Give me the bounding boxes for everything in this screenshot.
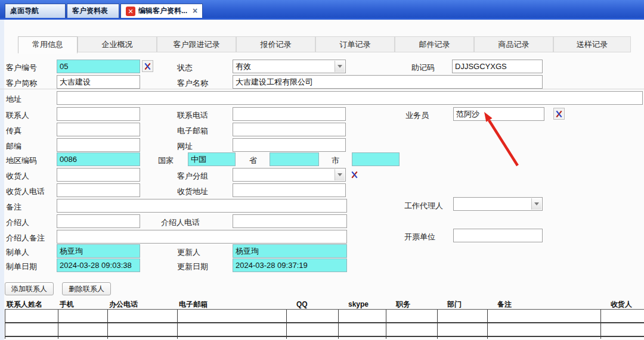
introducer-phone-label: 介绍人电话: [161, 217, 200, 228]
table-cell[interactable]: [488, 337, 601, 339]
table-cell[interactable]: [339, 323, 386, 337]
email-input[interactable]: [233, 123, 346, 136]
table-cell[interactable]: [601, 310, 644, 323]
table-cell[interactable]: [386, 337, 438, 339]
tab-order-records[interactable]: 订单记录: [315, 36, 395, 52]
fax-label: 传真: [6, 126, 21, 136]
tab-close-icon[interactable]: ×: [193, 4, 197, 18]
country-label: 国家: [158, 155, 174, 166]
create-date-input[interactable]: 2024-03-28 09:03:38: [57, 258, 140, 272]
table-cell[interactable]: [438, 310, 488, 323]
table-row: [5, 323, 644, 337]
table-cell[interactable]: [108, 337, 178, 339]
tab-company-overview[interactable]: 企业概况: [78, 36, 157, 52]
updater-input[interactable]: 杨亚珣: [233, 244, 347, 258]
introducer-remark-label: 介绍人备注: [6, 233, 45, 244]
delivery-address-input[interactable]: [233, 183, 346, 197]
create-date-label: 制单日期: [6, 261, 37, 272]
invoice-unit-input[interactable]: [453, 229, 543, 242]
table-cell[interactable]: [287, 310, 339, 323]
chevron-down-icon[interactable]: [531, 198, 541, 210]
mnemonic-input[interactable]: DJJSGCYXGS: [452, 60, 543, 73]
table-cell[interactable]: [601, 337, 644, 339]
tab-followup-records[interactable]: 客户跟进记录: [157, 36, 236, 52]
table-cell[interactable]: [5, 337, 58, 339]
introducer-label: 介绍人: [6, 217, 29, 228]
status-select[interactable]: 有效: [233, 60, 346, 73]
status-label: 状态: [177, 63, 193, 73]
country-input[interactable]: 中国: [188, 152, 236, 166]
window-tab-customer-table[interactable]: 客户资料表: [67, 4, 119, 18]
table-cell[interactable]: [5, 310, 58, 323]
table-cell[interactable]: [58, 310, 108, 323]
consignee-phone-input[interactable]: [57, 183, 140, 197]
customer-group-clear-x-icon[interactable]: [349, 169, 360, 180]
table-cell[interactable]: [178, 337, 287, 339]
tab-common-info[interactable]: 常用信息: [18, 36, 78, 54]
col-qq: QQ: [286, 300, 338, 310]
window-tab-edit-customer[interactable]: ✕ 编辑客户资料... ×: [120, 4, 203, 18]
introducer-input[interactable]: [57, 214, 140, 228]
error-close-icon: ✕: [126, 7, 135, 16]
form-tab-underline: [0, 89, 644, 89]
col-remark: 备注: [487, 300, 600, 310]
fax-input[interactable]: [57, 123, 140, 136]
chevron-down-icon[interactable]: [335, 169, 345, 180]
table-cell[interactable]: [438, 323, 488, 337]
table-cell[interactable]: [287, 323, 339, 337]
tab-mail-records[interactable]: 邮件记录: [395, 36, 474, 52]
address-input[interactable]: [57, 91, 643, 105]
contact-phone-input[interactable]: [233, 107, 346, 121]
tab-sample-records[interactable]: 送样记录: [553, 36, 631, 52]
col-contact-name: 联系人姓名: [5, 300, 58, 310]
introducer-phone-input[interactable]: [233, 214, 347, 228]
consignee-label: 收货人: [6, 171, 29, 182]
add-contact-button[interactable]: 添加联系人: [5, 282, 54, 295]
delete-contact-button[interactable]: 删除联系人: [62, 282, 111, 295]
col-email: 电子邮箱: [177, 300, 286, 310]
customer-group-label: 客户分组: [177, 171, 208, 182]
chevron-down-icon[interactable]: [335, 61, 345, 72]
table-cell[interactable]: [178, 310, 287, 323]
website-input[interactable]: [233, 138, 346, 152]
table-cell[interactable]: [339, 337, 386, 339]
city-input[interactable]: [352, 152, 400, 166]
table-cell[interactable]: [438, 337, 488, 339]
consignee-input[interactable]: [57, 168, 140, 182]
region-code-input[interactable]: 0086: [57, 152, 140, 166]
table-cell[interactable]: [58, 323, 108, 337]
table-cell[interactable]: [178, 323, 287, 337]
col-position: 职务: [386, 300, 437, 310]
col-mobile: 手机: [58, 300, 107, 310]
table-cell[interactable]: [488, 323, 601, 337]
table-cell[interactable]: [5, 323, 58, 337]
customer-no-input[interactable]: 05: [57, 60, 140, 73]
customer-name-input[interactable]: 大吉建设工程有限公司: [233, 75, 543, 89]
update-date-input[interactable]: 2024-03-28 09:37:19: [233, 258, 347, 272]
table-cell[interactable]: [339, 310, 386, 323]
table-cell[interactable]: [108, 310, 178, 323]
customer-group-select[interactable]: [233, 168, 346, 182]
remark-input[interactable]: [57, 199, 347, 213]
province-input[interactable]: [270, 152, 319, 166]
contact-input[interactable]: [57, 107, 140, 121]
tab-quote-records[interactable]: 报价记录: [236, 36, 315, 52]
salesman-lookup-x-icon[interactable]: [553, 108, 565, 120]
short-name-input[interactable]: 大吉建设: [57, 75, 140, 89]
salesman-input[interactable]: 范阿沙: [453, 107, 544, 121]
table-cell[interactable]: [601, 323, 644, 337]
work-agent-select[interactable]: [453, 197, 543, 211]
creator-input[interactable]: 杨亚珣: [57, 244, 140, 258]
introducer-remark-input[interactable]: [57, 230, 347, 244]
table-cell[interactable]: [287, 337, 339, 339]
table-cell[interactable]: [58, 337, 108, 339]
table-cell[interactable]: [108, 323, 178, 337]
table-cell[interactable]: [488, 310, 601, 323]
window-tab-desktop-nav[interactable]: 桌面导航: [5, 4, 66, 18]
table-row: [5, 310, 644, 323]
customer-no-lookup-x-icon[interactable]: [142, 60, 153, 72]
tab-product-records[interactable]: 商品记录: [474, 36, 553, 52]
table-cell[interactable]: [386, 310, 438, 323]
postcode-input[interactable]: [57, 138, 140, 152]
table-cell[interactable]: [386, 323, 438, 337]
